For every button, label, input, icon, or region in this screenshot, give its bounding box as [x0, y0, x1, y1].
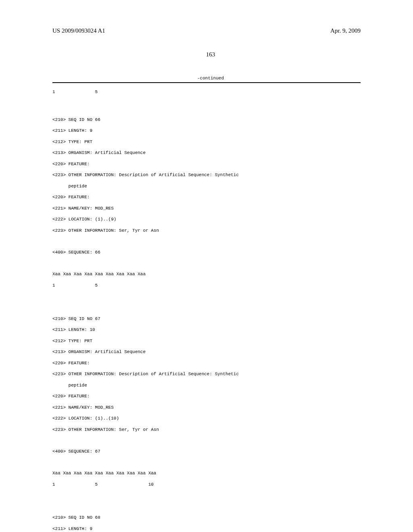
publication-number: US 2009/0093024 A1	[52, 27, 105, 34]
position-line: 1 5 10	[52, 482, 413, 488]
seq-tag: <220> FEATURE:	[52, 162, 413, 167]
seq-tag: <213> ORGANISM: Artificial Sequence	[52, 349, 413, 355]
seq-tag: <400> SEQUENCE: 67	[52, 449, 413, 455]
sequence-listing: 1 5 <210> SEQ ID NO 66 <211> LENGTH: 9 <…	[0, 83, 413, 532]
seq-tag: <211> LENGTH: 10	[52, 327, 413, 333]
residual-position-line: 1 5	[52, 89, 413, 95]
seq-tag: peptide	[52, 184, 413, 189]
seq-tag: <211> LENGTH: 9	[52, 526, 413, 532]
seq-tag: <220> FEATURE:	[52, 195, 413, 200]
position-line: 1 5	[52, 283, 413, 289]
publication-date: Apr. 9, 2009	[330, 27, 377, 34]
seq-tag: <223> OTHER INFORMATION: Ser, Tyr or Asn	[52, 228, 413, 234]
seq-tag: <220> FEATURE:	[52, 394, 413, 399]
seq-tag: <400> SEQUENCE: 66	[52, 250, 413, 256]
seq-tag: <222> LOCATION: (1)..(9)	[52, 217, 413, 222]
seq-tag: <223> OTHER INFORMATION: Description of …	[52, 172, 413, 178]
seq-tag: <211> LENGTH: 9	[52, 128, 413, 134]
seq-tag: <220> FEATURE:	[52, 361, 413, 366]
page-number: 163	[0, 51, 413, 58]
sequence-line: Xaa Xaa Xaa Xaa Xaa Xaa Xaa Xaa Xaa	[52, 272, 413, 277]
continued-label: -continued	[0, 76, 413, 81]
sequence-line: Xaa Xaa Xaa Xaa Xaa Xaa Xaa Xaa Xaa Xaa	[52, 471, 413, 476]
seq-tag: <210> SEQ ID NO 66	[52, 117, 413, 123]
seq-tag: <221> NAME/KEY: MOD_RES	[52, 405, 413, 411]
seq-tag: <223> OTHER INFORMATION: Ser, Tyr or Asn	[52, 427, 413, 433]
seq-tag: peptide	[52, 383, 413, 389]
seq-entry-67: <210> SEQ ID NO 67 <211> LENGTH: 10 <212…	[52, 311, 413, 493]
seq-entry-66: <210> SEQ ID NO 66 <211> LENGTH: 9 <212>…	[52, 112, 413, 294]
seq-tag: <212> TYPE: PRT	[52, 139, 413, 145]
seq-tag: <222> LOCATION: (1)..(10)	[52, 416, 413, 422]
seq-tag: <223> OTHER INFORMATION: Description of …	[52, 372, 413, 377]
seq-tag: <210> SEQ ID NO 68	[52, 515, 413, 521]
seq-tag: <210> SEQ ID NO 67	[52, 316, 413, 322]
seq-tag: <221> NAME/KEY: MOD_RES	[52, 206, 413, 212]
page-header: US 2009/0093024 A1 Apr. 9, 2009	[0, 0, 413, 34]
seq-tag: <212> TYPE: PRT	[52, 339, 413, 344]
seq-entry-68: <210> SEQ ID NO 68 <211> LENGTH: 9 <212>…	[52, 510, 413, 532]
seq-tag: <213> ORGANISM: Artificial Sequence	[52, 150, 413, 156]
